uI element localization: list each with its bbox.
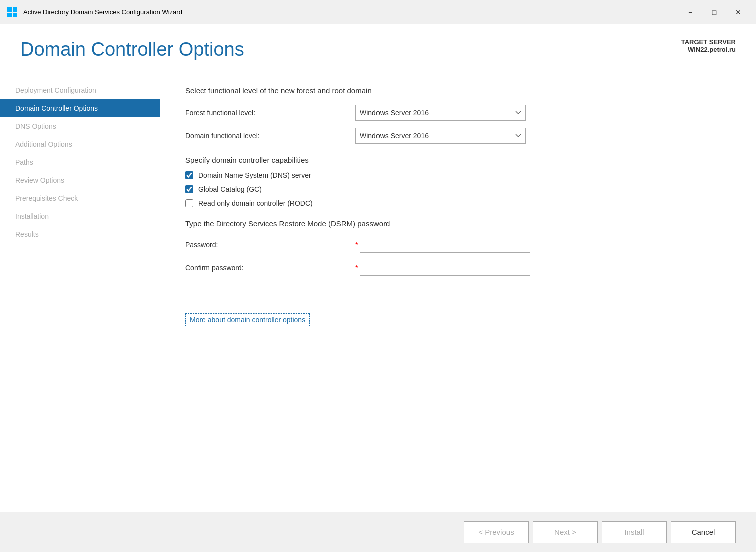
password-label: Password: [185, 241, 355, 249]
window-title: Active Directory Domain Services Configu… [23, 8, 679, 16]
target-server-name: WIN22.petrol.ru [688, 46, 736, 53]
window-footer: < Previous Next > Install Cancel [0, 512, 756, 552]
install-button[interactable]: Install [602, 521, 667, 543]
password-row: Password: * [185, 237, 731, 253]
rodc-label[interactable]: Read only domain controller (RODC) [198, 199, 313, 207]
forest-level-label: Forest functional level: [185, 109, 355, 117]
password-wrap: * [355, 237, 530, 253]
svg-rect-0 [7, 7, 12, 12]
capabilities-title: Specify domain controller capabilities [185, 156, 731, 164]
help-link[interactable]: More about domain controller options [185, 313, 310, 326]
dns-checkbox-row: Domain Name System (DNS) server [185, 171, 731, 179]
sidebar-item-installation[interactable]: Installation [0, 207, 160, 225]
capabilities-section: Specify domain controller capabilities D… [185, 156, 731, 207]
main-panel: Select functional level of the new fores… [160, 71, 756, 512]
gc-label[interactable]: Global Catalog (GC) [198, 185, 262, 193]
gc-checkbox[interactable] [185, 185, 193, 193]
sidebar: Deployment Configuration Domain Controll… [0, 71, 160, 512]
close-button[interactable]: ✕ [727, 5, 750, 20]
svg-rect-2 [7, 13, 12, 17]
confirm-required-star: * [355, 264, 358, 272]
confirm-password-input[interactable] [360, 260, 530, 276]
cancel-button[interactable]: Cancel [671, 521, 736, 543]
svg-rect-1 [13, 7, 17, 12]
domain-level-row: Domain functional level: Windows Server … [185, 128, 731, 144]
sidebar-item-deployment[interactable]: Deployment Configuration [0, 81, 160, 99]
content-area: Deployment Configuration Domain Controll… [0, 71, 756, 512]
target-server-info: TARGET SERVER WIN22.petrol.ru [681, 38, 736, 53]
sidebar-item-paths[interactable]: Paths [0, 153, 160, 171]
dns-label[interactable]: Domain Name System (DNS) server [198, 171, 311, 179]
previous-button[interactable]: < Previous [464, 521, 529, 543]
confirm-password-row: Confirm password: * [185, 260, 731, 276]
domain-level-label: Domain functional level: [185, 132, 355, 140]
gc-checkbox-row: Global Catalog (GC) [185, 185, 731, 193]
dsrm-title: Type the Directory Services Restore Mode… [185, 219, 731, 228]
rodc-checkbox-row: Read only domain controller (RODC) [185, 199, 731, 207]
svg-rect-3 [13, 13, 17, 17]
confirm-password-label: Confirm password: [185, 264, 355, 272]
confirm-password-wrap: * [355, 260, 530, 276]
forest-level-row: Forest functional level: Windows Server … [185, 105, 731, 121]
password-required-star: * [355, 241, 358, 249]
minimize-button[interactable]: − [679, 5, 702, 20]
functional-level-section-title: Select functional level of the new fores… [185, 86, 731, 95]
sidebar-item-review-options[interactable]: Review Options [0, 171, 160, 189]
password-input[interactable] [360, 237, 530, 253]
sidebar-item-dns-options[interactable]: DNS Options [0, 117, 160, 135]
sidebar-item-prerequisites[interactable]: Prerequisites Check [0, 189, 160, 207]
window-controls: − □ ✕ [679, 5, 750, 20]
maximize-button[interactable]: □ [703, 5, 726, 20]
sidebar-item-results[interactable]: Results [0, 225, 160, 243]
dsrm-section: Type the Directory Services Restore Mode… [185, 219, 731, 276]
title-bar: Active Directory Domain Services Configu… [0, 0, 756, 24]
sidebar-item-additional-options[interactable]: Additional Options [0, 135, 160, 153]
page-title: Domain Controller Options [20, 38, 244, 61]
main-window: Domain Controller Options TARGET SERVER … [0, 24, 756, 552]
rodc-checkbox[interactable] [185, 199, 193, 207]
next-button[interactable]: Next > [533, 521, 598, 543]
window-header: Domain Controller Options TARGET SERVER … [0, 24, 756, 71]
sidebar-item-dc-options[interactable]: Domain Controller Options [0, 99, 160, 117]
target-server-label: TARGET SERVER [681, 38, 736, 46]
dns-checkbox[interactable] [185, 171, 193, 179]
app-icon [6, 6, 18, 18]
domain-level-select[interactable]: Windows Server 2016 Windows Server 2012 … [355, 128, 526, 144]
forest-level-select[interactable]: Windows Server 2016 Windows Server 2012 … [355, 105, 526, 121]
